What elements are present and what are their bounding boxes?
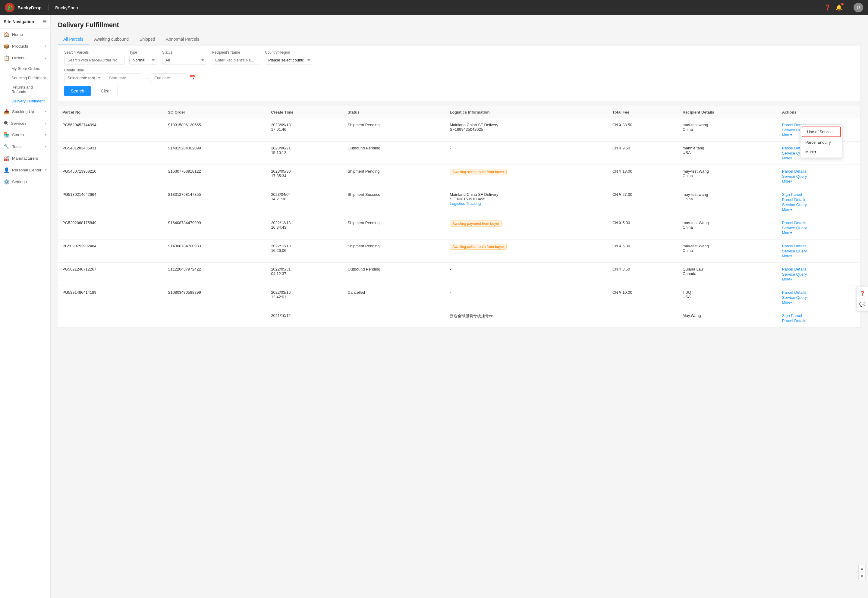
date-range-select[interactable]: Select date range [64,73,103,82]
action-more-5[interactable]: More▾ [782,231,856,235]
action-service-query-6[interactable]: Service Query [782,249,856,253]
sidebar-item-orders[interactable]: 📋 Orders ▴ [0,52,50,64]
notification-bell-wrap[interactable]: 🔔 [836,4,843,11]
chevron-down-icon: ▾ [45,44,47,48]
table-row: PG5090752902484 S14300784700933 2022/12/… [58,239,861,263]
scroll-down-arrow[interactable]: ▼ [858,573,866,580]
filter-panel: Search Parcels Type Normal Express Stand… [58,45,861,101]
col-create-time: Create Time [267,106,343,118]
action-parcel-details-3[interactable]: Parcel Details [782,169,856,173]
scroll-up-arrow[interactable]: ▲ [858,565,866,572]
action-parcel-details-6[interactable]: Parcel Details [782,244,856,248]
action-parcel-details-7[interactable]: Parcel Details [782,267,856,271]
sidebar-hamburger-icon[interactable]: ☰ [43,19,47,24]
main-layout: Site Navigation ☰ 🏠 Home 📦 Products ▾ 📋 … [0,15,868,598]
tab-awaiting-outbound[interactable]: Awaiting outbound [88,34,134,45]
cell-recipient: may-test,WangChina [678,165,778,188]
sidebar-item-tools[interactable]: 🔧 Tools ▾ [0,141,50,152]
sidebar-sub-item-my-store-orders[interactable]: My Store Orders [0,64,50,73]
cell-create-time: 2023/05/3017:35:34 [267,165,343,188]
cell-actions: Parcel Details Service Query More▾ [778,286,861,309]
sidebar-sub-item-returns[interactable]: Returns and Refunds [0,82,50,96]
action-parcel-details-5[interactable]: Parcel Details [782,221,856,225]
recipient-group: Recipient's Name [212,50,260,64]
cell-total-fee [608,309,678,327]
sidebar-item-products[interactable]: 📦 Products ▾ [0,40,50,52]
action-more-4[interactable]: More▾ [782,208,856,212]
stores-icon: 🏪 [4,132,10,138]
popup-parcel-enquiry[interactable]: Parcel Enquiry [801,138,842,147]
chevron-down-icon-4: ▾ [45,133,47,137]
status-select[interactable]: All Shipment Pending Outbound Pending Sh… [162,56,207,64]
recipient-input[interactable] [212,56,260,64]
col-parcel-no: Parcel No. [58,106,164,118]
type-select[interactable]: Normal Express Standard [129,56,157,64]
cell-create-time: 2023/06/2115:10:12 [267,142,343,165]
country-select[interactable]: Please select countr... [265,56,313,64]
cell-parcel-no: PG5130214642664 [58,188,164,216]
sidebar-sub-item-sourcing[interactable]: Sourcing Fulfillment [0,73,50,82]
search-parcels-input[interactable] [64,56,124,64]
personal-center-icon: 👤 [4,167,10,173]
action-sign-parcel-4[interactable]: Sign Parcel [782,192,856,197]
type-group: Type Normal Express Standard [129,50,157,64]
sidebar-item-stores[interactable]: 🏪 Stores ▾ [0,129,50,141]
notification-badge [841,3,844,5]
date-end-input[interactable] [151,73,187,82]
action-parcel-details-4[interactable]: Parcel Details [782,197,856,202]
cell-logistics: 云途全球服装专线挂号en [446,309,608,327]
logistics-badge-awaiting-route: Awaiting select route from buyer [450,169,507,175]
sidebar-item-home[interactable]: 🏠 Home [0,28,50,40]
date-start-input[interactable] [106,73,142,82]
sidebar-sub-item-delivery[interactable]: Delivery Fulfillment [0,96,50,106]
action-parcel-details-8[interactable]: Parcel Details [782,290,856,295]
col-total-fee: Total Fee [608,106,678,118]
cell-actions: Parcel Details Service Query More▾ [778,165,861,188]
table-row: PG5620452744094 S18315896120555 2023/09/… [58,118,861,142]
navbar-avatar[interactable]: U [853,3,863,12]
action-parcel-details-9[interactable]: Parcel Details [782,318,856,323]
tab-shipped[interactable]: Shipped [134,34,160,45]
action-service-query-3[interactable]: Service Query [782,174,856,179]
sidebar-item-settings[interactable]: ⚙️ Settings [0,176,50,188]
cell-logistics: Mainland China SF DeliverySF163815091034… [446,188,608,216]
sidebar-item-stocking-up[interactable]: 📥 Stocking Up ▾ [0,106,50,118]
cell-status: Shipment Pending [343,118,446,142]
cell-logistics: Awaiting select route from buyer [446,165,608,188]
action-more-7[interactable]: More▾ [782,277,856,281]
action-service-query-4[interactable]: Service Query [782,202,856,207]
bell-icon[interactable]: 🔔 [836,4,843,10]
chevron-down-icon-2: ▾ [45,110,47,114]
action-more-3[interactable]: More▾ [782,179,856,184]
search-button[interactable]: Search [64,86,91,96]
logistics-badge-awaiting-route-2: Awaiting select route from buyer [450,244,507,250]
action-more-8[interactable]: More▾ [782,300,856,305]
sidebar-label-personal: Personal Center [12,168,42,172]
action-service-query-8[interactable]: Service Query [782,295,856,300]
action-more-6[interactable]: More▾ [782,254,856,258]
logistics-tracking-link[interactable]: Logistics Tracking [450,201,481,206]
cell-recipient: mannie.tangUSA [678,142,778,165]
cell-recipient: may-test wangChina [678,118,778,142]
sidebar-item-manufacturers[interactable]: 🏭 Manufacturers [0,152,50,164]
right-help-icon[interactable]: ❓ [858,290,867,298]
right-chat-icon[interactable]: 💬 [858,300,867,309]
calendar-icon[interactable]: 📅 [190,75,196,81]
home-icon: 🏠 [4,31,10,37]
action-service-query-5[interactable]: Service Query [782,226,856,230]
action-links-3: Parcel Details Service Query More▾ [782,169,856,184]
clear-button[interactable]: Clear [94,86,118,96]
cell-actions: Sign Parcel Parcel Details [778,309,861,327]
scroll-arrows: ▲ ▼ [858,565,866,580]
popup-more[interactable]: More▾ [801,147,842,156]
col-recipient: Recipient Details [678,106,778,118]
popup-use-of-service[interactable]: Use of Service [802,127,841,137]
action-sign-parcel-9[interactable]: Sign Parcel [782,313,856,318]
sidebar-item-personal-center[interactable]: 👤 Personal Center ▾ [0,164,50,176]
cell-logistics: Awaiting payment from buyer [446,216,608,239]
tab-all-parcels[interactable]: All Parcels [58,34,88,45]
sidebar-item-services[interactable]: 🛠 Services ▾ [0,118,50,129]
action-service-query-7[interactable]: Service Query [782,272,856,277]
help-icon[interactable]: ❓ [824,4,831,11]
tab-abnormal-parcels[interactable]: Abnormal Parcels [160,34,205,45]
